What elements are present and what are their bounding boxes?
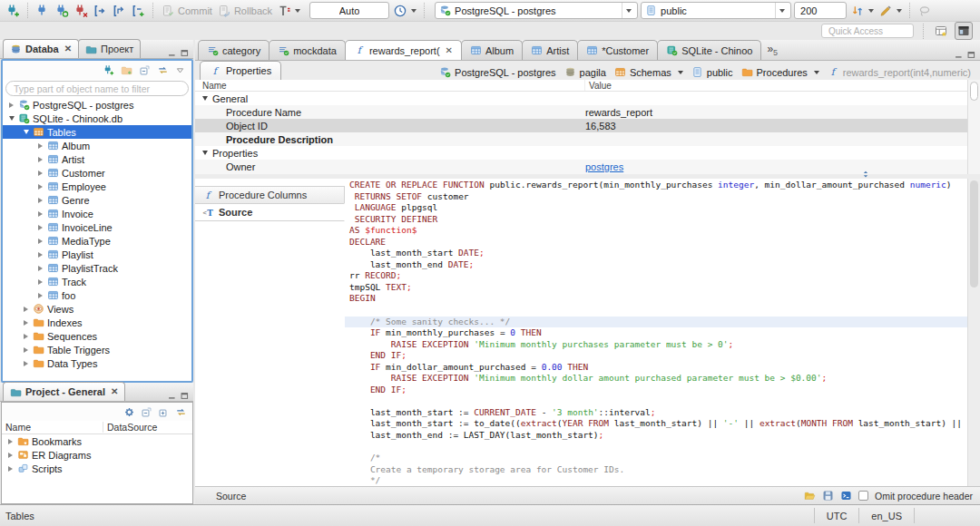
quick-access-input[interactable] [821, 24, 914, 38]
tree-item-sqlite-chinook-db[interactable]: SQLite - Chinook.db [3, 112, 191, 125]
expand-all-icon[interactable] [158, 406, 170, 418]
tree-item-invoiceline[interactable]: InvoiceLine [3, 220, 191, 234]
tree-item-genre[interactable]: Genre [3, 193, 191, 207]
property-row-procedure-name[interactable]: Procedure Namerewards_report [195, 105, 967, 119]
sash-handle-icon[interactable] [858, 170, 873, 179]
collapse-all-icon[interactable] [139, 64, 151, 76]
chevron-right-icon[interactable] [22, 307, 30, 312]
schema-dropdown-button[interactable] [775, 3, 787, 18]
project-item-scripts[interactable]: Scripts [2, 462, 192, 475]
recent-sql-editor-button[interactable] [111, 3, 127, 19]
chevron-down-icon[interactable] [22, 130, 30, 134]
link-with-editor-icon[interactable] [157, 64, 169, 76]
maximize-icon[interactable] [966, 50, 976, 60]
section-tab-procedure-columns[interactable]: fProcedure Columns [195, 186, 345, 204]
editor-tab-album[interactable]: Album [461, 40, 523, 60]
chevron-right-icon[interactable] [36, 279, 44, 285]
chevron-right-icon[interactable] [7, 102, 15, 108]
chevron-right-icon[interactable] [6, 466, 15, 472]
tab-projects[interactable]: Проект [78, 39, 141, 58]
commit-mode-select[interactable]: Auto [309, 2, 389, 19]
chevron-right-icon[interactable] [36, 225, 44, 230]
new-connection-icon[interactable] [103, 64, 114, 76]
collapse-all-icon[interactable] [141, 406, 152, 418]
editor-tab-sqlite-chinoo[interactable]: SQLite - Chinoo [657, 40, 761, 60]
tree-item-sequences[interactable]: Sequences [3, 329, 191, 343]
close-icon[interactable]: ✕ [64, 44, 72, 54]
chevron-right-icon[interactable] [22, 334, 30, 339]
more-tabs-chevron[interactable]: »5 [760, 43, 784, 57]
editor-tab-mockdata[interactable]: mockdata [269, 40, 346, 60]
breadcrumb-item-pagila[interactable]: pagila [561, 66, 610, 78]
chevron-right-icon[interactable] [36, 157, 44, 162]
maximize-icon[interactable] [180, 48, 190, 58]
tree-item-playlisttrack[interactable]: PlaylistTrack [3, 261, 191, 275]
source-scrollbar[interactable] [967, 179, 980, 486]
open-perspective-button[interactable] [933, 23, 949, 39]
properties-scrollbar[interactable] [967, 80, 980, 174]
chevron-right-icon[interactable] [6, 453, 15, 458]
view-menu-icon[interactable] [175, 65, 185, 75]
chevron-down-icon[interactable] [814, 71, 819, 74]
property-row-procedure-description[interactable]: Procedure Description [195, 132, 967, 146]
scrollbar-thumb[interactable] [970, 82, 978, 101]
tree-item-views[interactable]: Views [3, 302, 191, 316]
chevron-down-icon[interactable] [202, 151, 208, 155]
transaction-log-button[interactable] [392, 3, 417, 19]
link-with-editor-icon[interactable] [175, 406, 187, 418]
editor-tab-customer[interactable]: *Customer [577, 40, 658, 60]
editor-tab-artist[interactable]: Artist [522, 40, 578, 60]
tab-properties[interactable]: f Properties [200, 61, 281, 80]
chevron-right-icon[interactable] [36, 252, 44, 258]
refresh-button[interactable] [849, 3, 875, 19]
project-item-bookmarks[interactable]: Bookmarks [2, 434, 192, 448]
transaction-mode-button[interactable] [276, 3, 301, 19]
column-name[interactable]: Name [2, 422, 103, 433]
tree-item-track[interactable]: Track [3, 275, 191, 288]
object-filter-input[interactable] [5, 81, 189, 96]
schema-select[interactable]: public [641, 2, 791, 19]
tree-item-album[interactable]: Album [3, 139, 191, 152]
column-datasource[interactable]: DataSource [103, 422, 157, 433]
console-icon[interactable] [840, 490, 852, 502]
chevron-right-icon[interactable] [36, 211, 44, 217]
gear-icon[interactable] [123, 406, 135, 418]
rollback-button[interactable]: Rollback [216, 3, 273, 19]
chevron-right-icon[interactable] [36, 293, 44, 298]
connection-dropdown-button[interactable] [622, 3, 633, 18]
minimize-icon[interactable] [167, 48, 177, 58]
minimize-icon[interactable] [954, 50, 964, 60]
tree-item-data-types[interactable]: Data Types [3, 356, 191, 370]
chevron-right-icon[interactable] [36, 170, 44, 176]
reconnect-button[interactable] [54, 3, 70, 19]
breadcrumb-item-postgresql-postgres[interactable]: PostgreSQL - postgres [436, 66, 559, 78]
chevron-right-icon[interactable] [22, 361, 30, 366]
close-icon[interactable]: ✕ [446, 46, 453, 55]
chevron-right-icon[interactable] [22, 347, 30, 353]
breadcrumb-item-public[interactable]: public [688, 66, 737, 78]
property-row-owner[interactable]: Ownerpostgres [195, 160, 967, 173]
property-value-link[interactable]: postgres [585, 161, 967, 172]
property-row-object-id[interactable]: Object ID16,583 [195, 119, 967, 132]
chevron-right-icon[interactable] [22, 320, 30, 326]
chevron-down-icon[interactable] [7, 116, 15, 121]
sql-source-editor[interactable]: CREATE OR REPLACE FUNCTION public.reward… [345, 179, 967, 486]
folder-open-icon[interactable] [804, 490, 816, 502]
close-icon[interactable]: ✕ [111, 387, 118, 396]
tree-item-playlist[interactable]: Playlist [3, 248, 191, 261]
tree-item-postgresql-postgres[interactable]: PostgreSQL - postgres [3, 98, 191, 112]
tree-item-tables[interactable]: Tables [3, 125, 191, 139]
bottom-tab-source[interactable]: Source [216, 491, 246, 502]
chevron-down-icon[interactable] [678, 71, 683, 74]
timezone-indicator[interactable]: UTC [814, 508, 859, 523]
chevron-right-icon[interactable] [36, 143, 44, 149]
chevron-right-icon[interactable] [36, 266, 44, 271]
tab-project-general[interactable]: Project - General ✕ [3, 382, 125, 401]
new-connection-button[interactable] [5, 3, 21, 19]
chevron-right-icon[interactable] [36, 198, 44, 203]
breadcrumb-item-schemas[interactable]: Schemas [611, 66, 687, 78]
tree-item-indexes[interactable]: Indexes [3, 316, 191, 329]
property-row-general[interactable]: General [195, 92, 967, 105]
scrollbar-thumb[interactable] [970, 180, 978, 287]
editor-tab-rewards-report[interactable]: frewards_report(✕ [345, 40, 462, 60]
